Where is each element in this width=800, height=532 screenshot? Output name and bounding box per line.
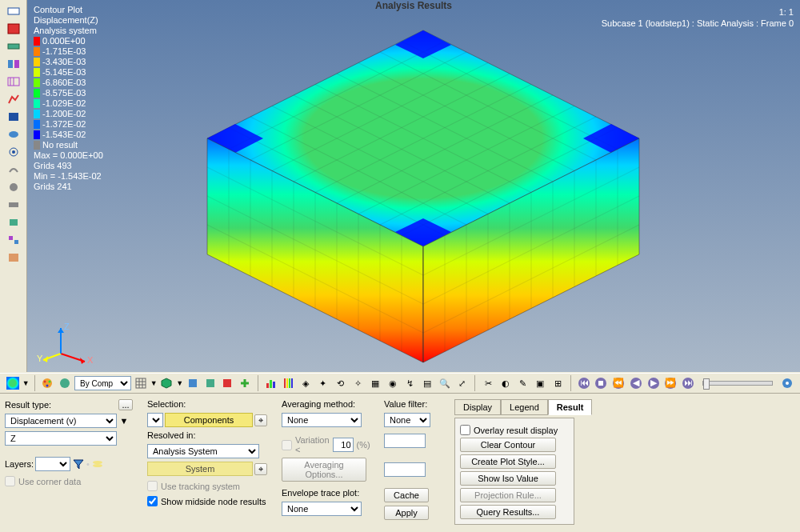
chart-icon[interactable] <box>263 375 279 391</box>
svg-point-116 <box>93 461 102 464</box>
legend-max: Max = 0.000E+00 <box>34 150 103 161</box>
tool-n[interactable]: ▣ <box>533 375 549 391</box>
play-back-icon[interactable]: ◀ <box>628 375 644 391</box>
tool-13[interactable] <box>3 214 24 230</box>
cache-button[interactable]: Cache <box>384 488 429 502</box>
valuefilter-input[interactable] <box>384 434 426 448</box>
box2-icon[interactable] <box>202 375 218 391</box>
tool-8[interactable] <box>3 126 24 142</box>
valuefilter-select[interactable]: None <box>384 413 430 427</box>
bycomp-select[interactable]: By Comp <box>74 376 131 390</box>
settings-icon[interactable] <box>779 375 795 391</box>
tool-15[interactable] <box>3 250 24 266</box>
use-corner-label: Use corner data <box>18 477 81 486</box>
tool-i[interactable]: 🔍 <box>437 375 453 391</box>
speed-slider[interactable] <box>702 381 774 386</box>
selection-pick[interactable]: ⌖ <box>254 414 267 426</box>
clear-contour-button[interactable]: Clear Contour <box>460 438 556 452</box>
result-type-select[interactable]: Displacement (v) <box>5 414 117 428</box>
plus-icon[interactable] <box>237 375 253 391</box>
mesh-icon[interactable] <box>133 375 149 391</box>
tool-7[interactable] <box>3 109 24 125</box>
components-button[interactable]: Components <box>165 413 253 427</box>
svg-rect-15 <box>9 236 13 240</box>
box1-icon[interactable] <box>185 375 201 391</box>
tabs: Display Legend Result <box>454 399 592 415</box>
tool-m[interactable]: ✎ <box>515 375 531 391</box>
system-button[interactable]: System <box>147 462 253 476</box>
play-fwd-icon[interactable]: ▶ <box>646 375 662 391</box>
tool-10[interactable] <box>3 162 24 178</box>
tool-1[interactable] <box>3 3 24 19</box>
tab-legend[interactable]: Legend <box>501 399 548 415</box>
tool-h[interactable]: ▤ <box>419 375 435 391</box>
legend-val-0: 0.000E+00 <box>42 36 86 46</box>
svg-rect-97 <box>286 378 288 388</box>
tool-6[interactable] <box>3 91 24 107</box>
svg-rect-2 <box>8 44 19 49</box>
layers-select[interactable] <box>35 457 70 471</box>
box3-icon[interactable] <box>220 375 236 391</box>
bars-icon[interactable] <box>281 375 297 391</box>
play-last-icon[interactable]: ⏭ <box>680 375 696 391</box>
play-stop-icon[interactable] <box>594 375 610 391</box>
tool-5[interactable] <box>3 74 24 90</box>
tool-a[interactable]: ◈ <box>298 375 314 391</box>
layers-icon[interactable] <box>91 458 104 470</box>
tool-9[interactable] <box>3 144 24 160</box>
svg-point-117 <box>93 464 102 467</box>
overlay-checkbox[interactable] <box>460 425 470 435</box>
tool-b[interactable]: ✦ <box>315 375 331 391</box>
svg-rect-16 <box>14 240 18 244</box>
tool-j[interactable]: ⤢ <box>454 375 470 391</box>
tab-display[interactable]: Display <box>454 399 501 415</box>
show-iso-button[interactable]: Show Iso Value <box>460 471 556 486</box>
legend-max-grids: Grids 493 <box>34 161 103 171</box>
component-select[interactable]: Z <box>5 431 117 446</box>
tab-result[interactable]: Result <box>548 399 593 415</box>
iso-icon[interactable] <box>159 375 175 391</box>
legend-title: Contour Plot <box>34 5 103 15</box>
tool-3[interactable] <box>3 38 24 54</box>
svg-rect-98 <box>289 378 290 388</box>
play-rew-icon[interactable]: ⏪ <box>610 375 626 391</box>
tool-2[interactable] <box>3 21 24 37</box>
filter-icon[interactable] <box>72 458 85 470</box>
viewport-3d[interactable]: Analysis Results 1: 1 Subcase 1 (loadste… <box>27 0 800 372</box>
tool-k[interactable]: ✂ <box>480 375 496 391</box>
svg-point-115 <box>786 382 789 385</box>
svg-point-12 <box>10 183 18 191</box>
query-results-button[interactable]: Query Results... <box>460 505 556 519</box>
play-ff-icon[interactable]: ⏩ <box>662 375 678 391</box>
svg-rect-77 <box>6 377 19 390</box>
result-type-more[interactable]: ... <box>118 399 133 410</box>
valuefilter-input2[interactable] <box>384 462 426 477</box>
apply-button[interactable]: Apply <box>384 506 429 520</box>
midside-checkbox[interactable] <box>147 496 158 506</box>
tool-11[interactable] <box>3 179 24 195</box>
tool-12[interactable] <box>3 197 24 213</box>
tracking-checkbox <box>147 481 158 491</box>
system-pick[interactable]: ⌖ <box>254 463 267 475</box>
envelope-select[interactable]: None <box>282 502 362 516</box>
tool-e[interactable]: ▦ <box>367 375 383 391</box>
tool-o[interactable]: ⊞ <box>550 375 566 391</box>
create-plot-style-button[interactable]: Create Plot Style... <box>460 454 556 469</box>
play-first-icon[interactable]: ⏮ <box>576 375 592 391</box>
tool-g[interactable]: ↯ <box>402 375 418 391</box>
tool-d[interactable]: ✧ <box>350 375 366 391</box>
tool-c[interactable]: ⟲ <box>333 375 349 391</box>
resolved-select[interactable]: Analysis System <box>147 444 259 458</box>
tool-14[interactable] <box>3 232 24 248</box>
svg-rect-96 <box>284 378 286 388</box>
tool-4[interactable] <box>3 56 24 72</box>
tool-f[interactable]: ◉ <box>385 375 401 391</box>
palette-icon[interactable] <box>40 375 56 391</box>
variation-input[interactable] <box>333 438 354 452</box>
contour-legend: Contour Plot Displacement(Z) Analysis sy… <box>34 5 103 192</box>
averaging-select[interactable]: None <box>282 413 362 427</box>
globe-icon[interactable] <box>57 375 73 391</box>
tool-l[interactable]: ◐ <box>498 375 514 391</box>
selection-mode[interactable] <box>147 413 163 427</box>
contour-icon[interactable] <box>5 375 21 391</box>
